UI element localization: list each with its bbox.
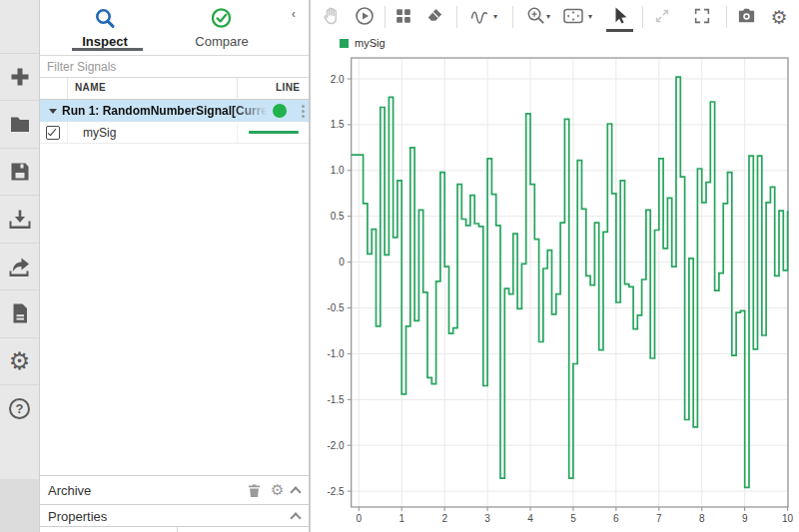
- run-options-kebab-icon[interactable]: [298, 103, 308, 119]
- signal-checkbox[interactable]: [46, 126, 60, 140]
- column-divider: [237, 122, 238, 143]
- svg-text:0.5: 0.5: [331, 211, 345, 222]
- trash-icon[interactable]: [247, 483, 262, 501]
- svg-text:2.0: 2.0: [331, 74, 345, 85]
- tab-inspect[interactable]: Inspect: [50, 2, 160, 49]
- save-icon: [9, 161, 31, 183]
- svg-text:-1.0: -1.0: [327, 348, 345, 359]
- filter-row: [40, 55, 309, 78]
- app-toolstrip: ⚙ ?: [0, 0, 40, 532]
- expander-triangle-icon[interactable]: [49, 109, 57, 114]
- open-folder-icon: [9, 113, 31, 135]
- signal-name: mySig: [83, 122, 116, 144]
- gear-icon: ⚙: [9, 349, 31, 373]
- table-row-signal[interactable]: mySig: [40, 122, 309, 144]
- column-divider: [67, 78, 68, 99]
- open-button[interactable]: [0, 100, 39, 147]
- add-button[interactable]: [0, 53, 39, 100]
- run-label: Run 1: RandomNumberSignal[Current]: [62, 100, 270, 122]
- svg-text:0: 0: [339, 257, 345, 267]
- tab-compare-label: Compare: [167, 34, 277, 49]
- report-icon: [9, 302, 31, 324]
- properties-section-bar[interactable]: Properties: [40, 504, 309, 526]
- properties-label: Properties: [48, 509, 107, 524]
- tab-compare[interactable]: Compare: [167, 2, 277, 49]
- signal-table-header: NAME LINE: [40, 78, 309, 100]
- svg-text:1.5: 1.5: [331, 119, 345, 130]
- filter-signals-input[interactable]: [40, 55, 309, 78]
- add-icon: [9, 66, 31, 88]
- report-button[interactable]: [0, 289, 39, 336]
- svg-text:5: 5: [570, 513, 576, 524]
- table-row-run[interactable]: Run 1: RandomNumberSignal[Current]: [40, 100, 309, 122]
- column-divider: [177, 527, 178, 532]
- svg-text:-0.5: -0.5: [327, 302, 345, 313]
- archive-section-bar[interactable]: Archive ⚙: [40, 475, 309, 504]
- signal-line-swatch[interactable]: [249, 131, 299, 134]
- check-circle-icon: [167, 2, 277, 32]
- inspect-panel: Inspect Compare ‹ NAME LINE: [40, 0, 311, 532]
- export-button[interactable]: [0, 243, 39, 289]
- svg-text:9: 9: [742, 513, 748, 524]
- svg-text:7: 7: [656, 513, 662, 524]
- archive-collapse-chevron-icon[interactable]: [290, 486, 301, 497]
- column-divider: [67, 122, 68, 143]
- svg-text:1.0: 1.0: [331, 165, 345, 176]
- help-icon: ?: [9, 398, 30, 419]
- search-icon: [50, 2, 160, 32]
- svg-text:2: 2: [441, 513, 447, 524]
- panel-tabs: Inspect Compare ‹: [40, 0, 309, 55]
- signal-chart: 0123456789102.01.51.00.50-0.5-1.0-1.5-2.…: [312, 0, 799, 532]
- svg-text:0: 0: [357, 513, 363, 524]
- svg-text:4: 4: [527, 513, 533, 524]
- plot-panel: ▾ ▾: [312, 0, 799, 532]
- preferences-button[interactable]: ⚙: [0, 337, 39, 384]
- properties-collapse-chevron-icon[interactable]: [290, 512, 301, 523]
- collapse-panel-button[interactable]: ‹: [286, 6, 302, 22]
- svg-text:6: 6: [613, 513, 619, 524]
- active-tab-indicator: [72, 48, 143, 51]
- svg-text:3: 3: [484, 513, 490, 524]
- svg-text:10: 10: [782, 513, 794, 524]
- import-button[interactable]: [0, 195, 39, 242]
- properties-table-sliver: [40, 526, 309, 532]
- export-icon: [9, 256, 31, 277]
- svg-text:-2.5: -2.5: [327, 486, 345, 497]
- column-divider: [237, 78, 238, 99]
- check-icon: [48, 127, 57, 136]
- svg-text:8: 8: [699, 513, 705, 524]
- tab-inspect-label: Inspect: [50, 34, 160, 49]
- toolstrip-bottom-strip: [0, 479, 39, 532]
- run-status-dot[interactable]: [273, 104, 287, 118]
- archive-gear-icon[interactable]: ⚙: [271, 483, 284, 498]
- svg-text:-2.0: -2.0: [327, 440, 345, 451]
- import-icon: [9, 208, 31, 230]
- simulation-data-inspector-window: ⚙ ? Inspect: [0, 0, 799, 532]
- svg-text:1: 1: [399, 513, 404, 524]
- svg-text:-1.5: -1.5: [327, 394, 345, 405]
- help-button[interactable]: ?: [0, 384, 39, 431]
- archive-label: Archive: [48, 483, 91, 498]
- save-button[interactable]: [0, 148, 39, 195]
- column-header-line: LINE: [276, 82, 300, 93]
- plot-canvas[interactable]: 0123456789102.01.51.00.50-0.5-1.0-1.5-2.…: [312, 0, 799, 532]
- column-header-name: NAME: [75, 82, 106, 93]
